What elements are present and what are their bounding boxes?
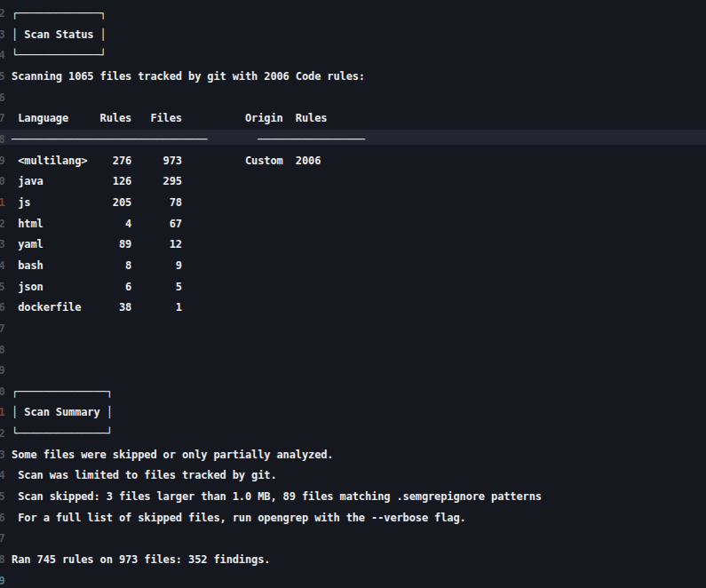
terminal-line: 3 │ Scan Status │	[0, 25, 706, 46]
line-number: 8	[0, 340, 5, 362]
summary-note: Some files were skipped or only partiall…	[5, 449, 333, 461]
terminal-line: 7 Language Rules Files Origin Rules	[0, 108, 706, 130]
terminal-line: 1 js 205 78	[0, 193, 706, 214]
summary-note: Scan was limited to files tracked by git…	[5, 469, 277, 481]
terminal-line: 6 dockerfile 38 1	[0, 298, 706, 319]
terminal-line: 2 ┌─────────────┐	[0, 4, 706, 25]
terminal-line: 0 ┌──────────────┐	[0, 382, 706, 403]
terminal-line: 5 Scanning 1065 files tracked by git wit…	[0, 67, 706, 88]
line-text: └─────────────┘	[5, 49, 107, 61]
line-text: ┌─────────────┐	[5, 7, 107, 20]
terminal-line: 0 java 126 295	[0, 171, 706, 193]
terminal-line-highlighted: 8 ─────────────────────────────── ──────…	[0, 130, 706, 151]
table-row: <multilang> 276 973 Custom 2006	[5, 155, 321, 167]
line-text: └──────────────┘	[5, 427, 113, 440]
terminal-line: 2 html 4 67	[0, 214, 706, 235]
scan-status-box-title: │ Scan Status │	[5, 28, 107, 41]
terminal-line: 6 For a full list of skipped files, run …	[0, 508, 706, 529]
terminal-line: 5 Scan skipped: 3 files larger than 1.0 …	[0, 487, 706, 508]
terminal-line: 4 └─────────────┘	[0, 45, 706, 67]
line-number: 7	[0, 319, 5, 340]
scan-summary-box-title: │ Scan Summary │	[5, 406, 113, 418]
table-row: html 4 67	[5, 218, 182, 230]
terminal-line: 4 bash 8 9	[0, 256, 706, 277]
table-separator-row: ─────────────────────────────── ────────…	[5, 133, 365, 146]
table-row: js 205 78	[5, 196, 182, 209]
terminal-line: 6	[0, 88, 706, 109]
terminal-line: 1 │ Scan Summary │	[0, 402, 706, 424]
terminal-line: 7	[0, 528, 706, 550]
scan-result-text: Ran 745 rules on 973 files: 352 findings…	[5, 553, 270, 566]
terminal-line: 8	[0, 340, 706, 362]
table-header-row: Language Rules Files Origin Rules	[5, 112, 327, 124]
table-row: bash 8 9	[5, 259, 182, 272]
terminal-line: 7	[0, 319, 706, 340]
scanning-summary-text: Scanning 1065 files tracked by git with …	[5, 70, 365, 83]
terminal-line: 3 yaml 89 12	[0, 234, 706, 256]
terminal-line: 8 Ran 745 rules on 973 files: 352 findin…	[0, 550, 706, 571]
line-number: 7	[0, 528, 5, 550]
table-row: dockerfile 38 1	[5, 301, 182, 314]
terminal-line: 5 json 6 5	[0, 277, 706, 298]
terminal-line: 2 └──────────────┘	[0, 424, 706, 445]
line-number: 6	[0, 88, 5, 109]
terminal-line: 9 <multilang> 276 973 Custom 2006	[0, 151, 706, 172]
table-row: java 126 295	[5, 175, 182, 187]
table-row: json 6 5	[5, 281, 182, 293]
terminal-line: 4 Scan was limited to files tracked by g…	[0, 465, 706, 487]
summary-note: Scan skipped: 3 files larger than 1.0 MB…	[5, 490, 542, 503]
terminal-line: 9	[0, 571, 706, 588]
summary-note: For a full list of skipped files, run op…	[5, 512, 466, 524]
terminal-line: 9	[0, 361, 706, 382]
line-number: 9	[0, 571, 5, 588]
table-row: yaml 89 12	[5, 238, 182, 250]
line-text: ┌──────────────┐	[5, 385, 113, 398]
terminal-output[interactable]: 2 ┌─────────────┐ 3 │ Scan Status │ 4 └─…	[0, 0, 706, 588]
line-number: 9	[0, 361, 5, 382]
terminal-line: 3 Some files were skipped or only partia…	[0, 445, 706, 466]
